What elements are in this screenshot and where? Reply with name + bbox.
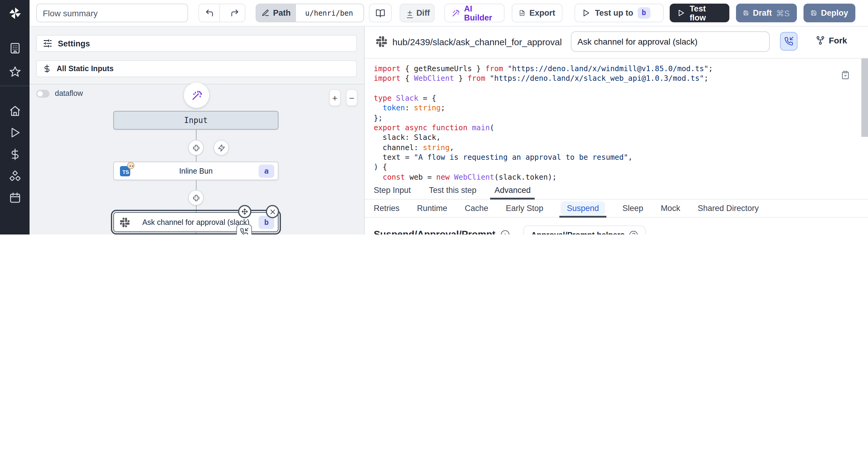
ai-builder-label: AI Builder — [464, 4, 497, 22]
dollar-icon — [43, 64, 51, 73]
step-header: hub/2439/slack/ask_channel_for_approval … — [365, 27, 868, 59]
all-static-inputs-card[interactable]: All Static Inputs — [36, 60, 357, 77]
draft-button[interactable]: Draft ⌘S — [736, 4, 797, 22]
redo-button[interactable] — [224, 4, 245, 22]
copy-code-button[interactable] — [841, 70, 850, 80]
book-open-icon — [375, 8, 385, 18]
zoom-out-label: − — [349, 93, 354, 103]
flow-settings-card[interactable]: Settings — [36, 35, 357, 52]
suspend-indicator-button[interactable] — [780, 32, 798, 51]
pencil-icon — [261, 9, 270, 17]
approval-node-selected[interactable]: Ask channel for approval (slack) b — [113, 212, 278, 232]
subtab-label: Mock — [661, 204, 680, 213]
tab-label: Test this step — [429, 186, 476, 195]
flow-graph-canvas[interactable]: dataflow + − Input TS Inline Bun — [30, 84, 364, 234]
runs-icon[interactable] — [9, 127, 21, 139]
fork-label: Fork — [829, 36, 847, 45]
test-up-to-button[interactable]: Test up to b — [575, 4, 664, 22]
magic-wand-icon — [191, 90, 202, 101]
add-step-button[interactable] — [188, 140, 204, 156]
subtab-cache[interactable]: Cache — [465, 199, 488, 217]
subtab-label: Runtime — [417, 204, 447, 213]
suspend-phone-badge[interactable] — [236, 224, 252, 234]
subtab-runtime[interactable]: Runtime — [417, 199, 447, 217]
variables-icon[interactable] — [9, 148, 21, 160]
hub-script-path: hub/2439/slack/ask_channel_for_approval — [393, 36, 562, 47]
test-flow-button[interactable]: Test flow — [670, 4, 730, 22]
export-button[interactable]: Export — [512, 4, 562, 22]
flow-settings-label: Settings — [58, 39, 90, 48]
subtab-mock[interactable]: Mock — [661, 199, 680, 217]
subtab-early-stop[interactable]: Early Stop — [506, 199, 544, 217]
undo-button[interactable] — [199, 4, 220, 22]
schedules-icon[interactable] — [9, 192, 21, 204]
diff-icon: ± — [407, 8, 412, 18]
panel-scrollbar[interactable] — [861, 59, 868, 137]
dataflow-toggle[interactable] — [36, 90, 50, 97]
info-icon[interactable]: i — [501, 230, 509, 234]
path-button[interactable]: Path u/henri/ben — [255, 4, 364, 22]
save-icon — [811, 8, 817, 18]
undo-icon — [205, 8, 214, 18]
deploy-button[interactable]: Deploy — [804, 4, 855, 22]
phone-incoming-icon — [240, 227, 248, 234]
subtab-sleep[interactable]: Sleep — [622, 199, 643, 217]
tab-advanced[interactable]: Advanced — [495, 182, 531, 199]
windmill-logo[interactable] — [0, 0, 30, 27]
suspend-section-heading: Suspend/Approval/Prompt i — [374, 229, 509, 234]
helpers-button-label: Approval/Prompt helpers — [531, 230, 625, 234]
test-up-to-label: Test up to — [595, 8, 633, 18]
all-static-inputs-label: All Static Inputs — [57, 64, 114, 73]
path-edit-section: Path — [256, 4, 296, 22]
step-tabs: Step Input Test this step Advanced — [365, 182, 868, 199]
magic-wand-icon — [452, 8, 460, 18]
tab-test-this-step[interactable]: Test this step — [429, 182, 476, 199]
ai-flow-wand-button[interactable] — [184, 83, 209, 108]
resources-icon[interactable] — [9, 170, 21, 182]
zoom-out-button[interactable]: − — [346, 89, 358, 106]
approval-prompt-helpers-button[interactable]: Approval/Prompt helpers ? — [523, 225, 646, 234]
step-id-badge-a: a — [258, 164, 274, 178]
flow-summary-input[interactable] — [36, 4, 188, 22]
move-icon — [241, 208, 248, 215]
tab-step-input[interactable]: Step Input — [374, 182, 411, 199]
inline-bun-node[interactable]: TS Inline Bun a — [113, 162, 278, 180]
step-name-input[interactable] — [571, 31, 770, 52]
fork-button[interactable]: Fork — [815, 36, 847, 45]
sliders-icon — [43, 39, 53, 48]
home-icon[interactable] — [9, 105, 21, 117]
ai-builder-button[interactable]: AI Builder — [444, 4, 504, 22]
input-node[interactable]: Input — [113, 111, 278, 130]
delete-node-button[interactable] — [266, 205, 279, 218]
slack-icon — [376, 36, 387, 47]
redo-icon — [230, 8, 239, 18]
flow-graph-panel: Settings All Static Inputs dataflow + − … — [30, 27, 365, 234]
path-label: Path — [273, 8, 291, 18]
zoom-in-button[interactable]: + — [329, 89, 341, 106]
deploy-label: Deploy — [821, 8, 848, 18]
plus-icon — [192, 144, 200, 152]
step-detail-panel: hub/2439/slack/ask_channel_for_approval … — [365, 27, 868, 234]
subtab-label: Sleep — [622, 204, 643, 213]
subtab-label: Early Stop — [506, 204, 544, 213]
diff-label: Diff — [416, 8, 430, 18]
code-editor[interactable]: import { getResumeUrls } from "https://d… — [365, 59, 861, 187]
subtab-retries[interactable]: Retries — [374, 199, 400, 217]
move-node-button[interactable] — [238, 205, 251, 218]
subtab-shared-directory[interactable]: Shared Directory — [698, 199, 759, 217]
workspace-icon[interactable] — [9, 42, 21, 54]
add-trigger-button[interactable] — [213, 140, 229, 156]
favorites-star-icon[interactable] — [9, 66, 21, 78]
docs-button[interactable] — [369, 4, 392, 22]
add-step-button[interactable] — [188, 190, 204, 206]
play-outline-icon — [677, 8, 685, 18]
lightning-icon — [217, 144, 225, 152]
app-sidebar — [0, 0, 30, 234]
subtab-label: Retries — [374, 204, 400, 213]
clipboard-icon — [841, 70, 850, 80]
diff-button[interactable]: ± Diff — [400, 4, 435, 22]
subtab-suspend[interactable]: Suspend — [561, 199, 605, 217]
advanced-subtabs: Retries Runtime Cache Early Stop Suspend… — [365, 199, 868, 218]
subtab-label: Suspend — [561, 201, 605, 215]
fork-icon — [815, 36, 825, 45]
